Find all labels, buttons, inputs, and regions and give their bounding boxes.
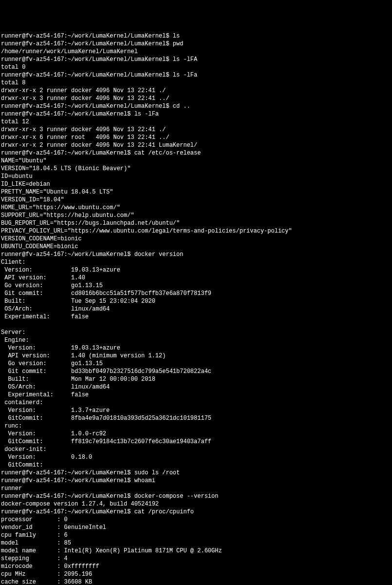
terminal-output[interactable]: runner@fv-az54-167:~/work/LumaKernel/Lum…: [1, 32, 391, 585]
